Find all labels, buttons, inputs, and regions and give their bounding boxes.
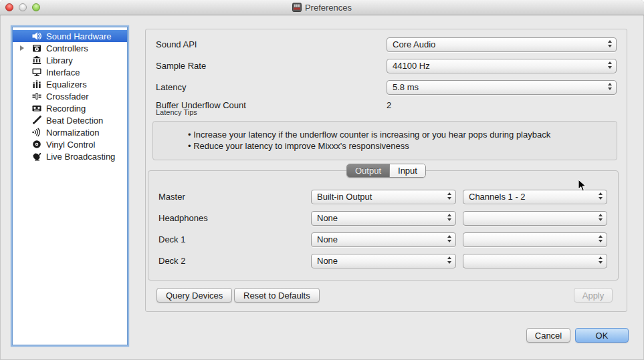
library-bank-icon (31, 55, 42, 65)
sidebar-item-label: Vinyl Control (46, 140, 95, 150)
deck2-device-dropdown[interactable]: None (311, 254, 456, 268)
sidebar-item-label: Sound Hardware (46, 31, 112, 41)
cassette-icon (31, 103, 42, 114)
sidebar-item-interface[interactable]: Interface (13, 66, 127, 78)
sidebar-item-label: Beat Detection (46, 116, 103, 126)
deck1-channel-dropdown[interactable] (463, 232, 607, 247)
stepper-arrows-icon (447, 235, 451, 242)
master-channel-value: Channels 1 - 2 (469, 190, 526, 204)
tab-input[interactable]: Input (389, 164, 425, 177)
sidebar-item-live-broadcasting[interactable]: Live Broadcasting (13, 150, 127, 162)
traffic-lights (5, 3, 40, 11)
sidebar-item-label: Interface (46, 67, 80, 77)
midi-controller-icon (31, 43, 42, 53)
sidebar-item-label: Normalization (46, 128, 99, 138)
cancel-button[interactable]: Cancel (526, 328, 570, 343)
stepper-arrows-icon (608, 40, 612, 47)
sidebar-item-label: Recording (46, 104, 86, 114)
deck2-channel-dropdown[interactable] (463, 254, 607, 268)
stepper-arrows-icon (599, 256, 603, 264)
sidebar-item-label: Crossfader (46, 92, 89, 102)
sidebar-item-crossfader[interactable]: Crossfader (13, 90, 127, 102)
sidebar-item-label: Controllers (46, 43, 88, 53)
zoom-button[interactable] (32, 3, 40, 11)
window-title: Preferences (305, 3, 352, 13)
sample-rate-label: Sample Rate (156, 59, 206, 73)
sidebar-item-controllers[interactable]: Controllers (13, 42, 127, 54)
monitor-icon (31, 67, 42, 77)
deck1-row-label: Deck 1 (158, 232, 185, 247)
sidebar-item-beat-detection[interactable]: Beat Detection (13, 114, 127, 126)
headphones-device-dropdown[interactable]: None (311, 211, 456, 226)
deck2-device-value: None (317, 254, 338, 268)
equalizer-bars-icon (31, 79, 42, 89)
sidebar-item-label: Equalizers (46, 79, 87, 89)
deck1-device-value: None (317, 233, 338, 246)
deck1-device-dropdown[interactable]: None (311, 232, 456, 247)
stepper-arrows-icon (447, 192, 451, 200)
crossfader-slider-icon (31, 91, 42, 102)
latency-tips-box: Increase your latency if the underflow c… (152, 121, 617, 160)
satellite-dish-icon (31, 151, 42, 162)
sound-waves-icon (31, 127, 42, 138)
latency-value: 5.8 ms (393, 81, 419, 94)
latency-tip: Increase your latency if the underflow c… (188, 129, 610, 140)
preferences-window: Preferences Sound Hardware Controllers L… (0, 0, 644, 360)
headphones-channel-dropdown[interactable] (463, 211, 607, 226)
query-devices-button[interactable]: Query Devices (156, 288, 232, 303)
master-device-value: Built-in Output (317, 190, 372, 204)
close-button[interactable] (5, 3, 13, 11)
latency-tips-title: Latency Tips (156, 108, 197, 116)
reset-to-defaults-button[interactable]: Reset to Defaults (234, 288, 320, 303)
stepper-arrows-icon (599, 192, 603, 200)
buffer-underflow-value: 2 (387, 100, 391, 112)
sidebar-item-recording[interactable]: Recording (13, 102, 127, 114)
sidebar-item-library[interactable]: Library (13, 54, 127, 66)
preferences-category-list: Sound Hardware Controllers Library Inter… (12, 27, 128, 345)
speaker-icon (31, 31, 42, 41)
sound-api-value: Core Audio (393, 38, 435, 51)
io-tab-control: Output Input (346, 164, 426, 178)
disclosure-triangle-icon[interactable] (20, 45, 24, 51)
sound-api-dropdown[interactable]: Core Audio (387, 37, 617, 52)
latency-dropdown[interactable]: 5.8 ms (387, 80, 617, 95)
headphones-device-value: None (317, 212, 338, 225)
stepper-arrows-icon (599, 214, 603, 221)
beat-wand-icon (31, 115, 42, 126)
stepper-arrows-icon (608, 61, 612, 69)
sidebar-item-label: Live Broadcasting (46, 152, 115, 162)
master-row-label: Master (158, 190, 185, 204)
sidebar-item-label: Library (46, 55, 73, 65)
tab-output[interactable]: Output (347, 164, 389, 177)
sample-rate-value: 44100 Hz (393, 59, 430, 73)
title-bar[interactable]: Preferences (0, 0, 644, 15)
stepper-arrows-icon (599, 235, 603, 242)
stepper-arrows-icon (447, 214, 451, 221)
sidebar-item-normalization[interactable]: Normalization (13, 126, 127, 138)
minimize-button[interactable] (19, 3, 27, 11)
deck2-row-label: Deck 2 (158, 254, 185, 268)
stepper-arrows-icon (608, 83, 612, 90)
apply-button[interactable]: Apply (574, 288, 613, 303)
latency-tip: Reduce your latency to improve Mixxx's r… (188, 140, 610, 152)
stepper-arrows-icon (447, 256, 451, 264)
headphones-row-label: Headphones (158, 211, 208, 226)
vinyl-record-icon (31, 139, 42, 150)
sidebar-item-equalizers[interactable]: Equalizers (13, 78, 127, 90)
sample-rate-dropdown[interactable]: 44100 Hz (387, 59, 617, 73)
sidebar-item-sound-hardware[interactable]: Sound Hardware (13, 30, 127, 42)
master-channel-dropdown[interactable]: Channels 1 - 2 (463, 190, 607, 204)
mixxx-app-icon (292, 3, 302, 12)
sidebar-item-vinyl-control[interactable]: Vinyl Control (13, 138, 127, 150)
ok-button[interactable]: OK (575, 328, 629, 343)
latency-label: Latency (156, 80, 187, 95)
sound-api-label: Sound API (156, 37, 197, 52)
master-device-dropdown[interactable]: Built-in Output (311, 190, 456, 204)
